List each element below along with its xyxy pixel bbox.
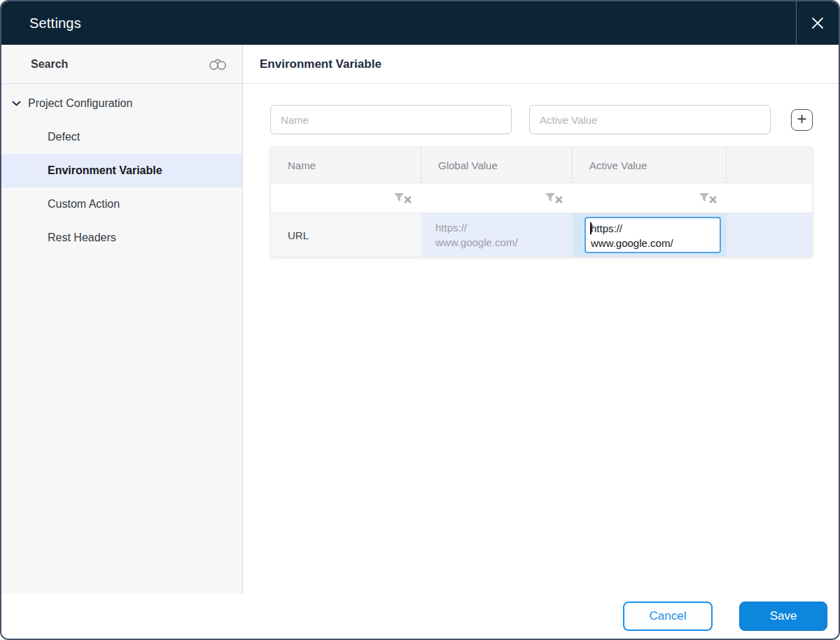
variable-name-cell[interactable]: URL bbox=[271, 213, 421, 257]
chevron-down-icon[interactable] bbox=[11, 100, 22, 107]
settings-tree: Project Configuration Defect Environment… bbox=[1, 84, 242, 255]
active-value-cell-editor[interactable]: https:// www.google.com/ bbox=[584, 217, 721, 253]
filter-cell-global-value[interactable] bbox=[421, 183, 573, 213]
main-heading-row: Environment Variable bbox=[243, 45, 839, 84]
environment-variables-table: Name Global Value Active Value bbox=[270, 147, 813, 257]
table-row: URL https:// www.google.com/ https:// ww… bbox=[271, 213, 812, 257]
dialog-titlebar: Settings bbox=[1, 1, 839, 45]
search-label: Search bbox=[31, 58, 68, 71]
column-header-active-value[interactable]: Active Value bbox=[573, 148, 727, 183]
sidebar-item-environment-variable[interactable]: Environment Variable bbox=[1, 154, 242, 187]
clear-filter-icon[interactable] bbox=[393, 192, 413, 204]
dialog-footer: Cancel Save bbox=[1, 594, 839, 639]
name-input[interactable] bbox=[270, 105, 512, 134]
cancel-button[interactable]: Cancel bbox=[623, 602, 713, 631]
sidebar-item-label: Defect bbox=[48, 131, 80, 143]
column-header-actions bbox=[727, 148, 812, 183]
tree-node-label: Project Configuration bbox=[28, 97, 132, 110]
close-icon bbox=[810, 15, 825, 31]
active-value-line: https:// bbox=[591, 221, 715, 236]
tree-node-project-configuration[interactable]: Project Configuration bbox=[1, 87, 242, 120]
close-button[interactable] bbox=[796, 1, 839, 45]
save-button[interactable]: Save bbox=[739, 602, 827, 631]
active-value-line: www.google.com/ bbox=[591, 236, 715, 250]
settings-sidebar: Search Project Configura bbox=[1, 45, 243, 594]
sidebar-search-row[interactable]: Search bbox=[1, 45, 242, 84]
global-value-line: www.google.com/ bbox=[435, 235, 566, 250]
settings-dialog: Settings Search bbox=[0, 0, 840, 640]
sidebar-item-label: Custom Action bbox=[48, 198, 120, 211]
filter-cell-actions bbox=[727, 183, 812, 213]
variable-actions-cell[interactable] bbox=[727, 213, 812, 257]
binoculars-search-icon[interactable] bbox=[207, 56, 228, 73]
clear-filter-icon[interactable] bbox=[545, 192, 564, 204]
sidebar-item-label: Rest Headers bbox=[48, 232, 116, 244]
page-title: Environment Variable bbox=[260, 57, 382, 71]
dialog-title: Settings bbox=[29, 15, 81, 31]
sidebar-item-defect[interactable]: Defect bbox=[1, 120, 242, 154]
dialog-body: Search Project Configura bbox=[1, 45, 839, 594]
add-variable-button[interactable]: + bbox=[791, 109, 813, 131]
plus-icon: + bbox=[797, 111, 806, 127]
sidebar-item-label: Environment Variable bbox=[48, 164, 162, 177]
table-filter-row bbox=[271, 183, 812, 213]
table-header-row: Name Global Value Active Value bbox=[271, 148, 812, 183]
column-header-name[interactable]: Name bbox=[271, 148, 421, 183]
variable-global-value-cell[interactable]: https:// www.google.com/ bbox=[421, 213, 573, 257]
sidebar-item-custom-action[interactable]: Custom Action bbox=[1, 187, 242, 221]
add-variable-form: + bbox=[270, 105, 813, 134]
column-header-global-value[interactable]: Global Value bbox=[421, 148, 573, 183]
main-panel: Environment Variable + Name Global Value bbox=[243, 45, 839, 594]
text-caret bbox=[590, 222, 592, 234]
sidebar-item-rest-headers[interactable]: Rest Headers bbox=[1, 221, 242, 255]
main-content: + Name Global Value Active Value bbox=[243, 84, 839, 257]
active-value-input[interactable] bbox=[529, 105, 771, 134]
variable-active-value-cell[interactable]: https:// www.google.com/ bbox=[573, 213, 727, 257]
global-value-line: https:// bbox=[435, 220, 566, 235]
filter-cell-name[interactable] bbox=[271, 183, 421, 213]
filter-cell-active-value[interactable] bbox=[573, 183, 727, 213]
clear-filter-icon[interactable] bbox=[699, 192, 718, 204]
